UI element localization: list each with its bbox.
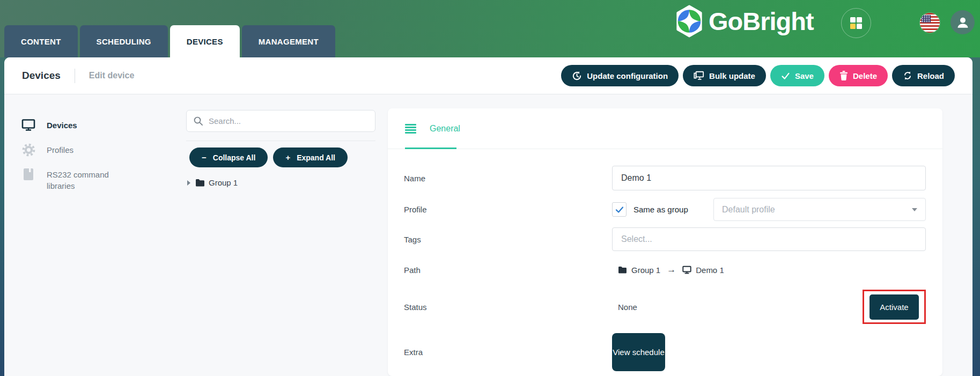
bulk-update-button[interactable]: Bulk update bbox=[683, 65, 766, 86]
card-tab-bar: General bbox=[388, 108, 942, 149]
form-row-name: Name bbox=[404, 166, 926, 190]
content-area: Devices Profiles RS232 c bbox=[4, 94, 972, 376]
tree-node-group-1[interactable]: Group 1 bbox=[187, 178, 376, 187]
tree-node-label: Group 1 bbox=[209, 178, 238, 187]
gobright-hexagon-icon bbox=[675, 5, 703, 38]
folder-icon bbox=[618, 266, 627, 274]
tab-management[interactable]: MANAGEMENT bbox=[242, 25, 335, 57]
tab-content[interactable]: CONTENT bbox=[4, 25, 78, 57]
tab-scheduling[interactable]: SCHEDULING bbox=[80, 25, 168, 57]
delete-label: Delete bbox=[853, 71, 877, 80]
same-as-group-checkbox[interactable] bbox=[612, 202, 627, 217]
check-icon bbox=[781, 71, 790, 80]
form-row-extra: Extra View schedule bbox=[404, 333, 926, 371]
search-icon bbox=[194, 116, 203, 126]
sidebar-item-label: Devices bbox=[47, 119, 77, 131]
device-form: Name Profile Same as group bbox=[388, 149, 942, 371]
name-label: Name bbox=[404, 166, 612, 190]
form-row-status: Status None Activate bbox=[404, 290, 926, 324]
chevron-down-icon bbox=[912, 208, 917, 211]
device-tree-panel: − Collapse All + Expand All Group 1 bbox=[182, 94, 376, 376]
monitors-icon bbox=[694, 71, 704, 81]
search-input[interactable] bbox=[209, 116, 368, 126]
plus-icon: + bbox=[285, 153, 290, 162]
page-shell: Devices Edit device Update configuration… bbox=[4, 57, 972, 376]
path-segment-group[interactable]: Group 1 bbox=[631, 266, 660, 275]
apps-grid-icon bbox=[850, 17, 862, 29]
form-row-tags: Tags bbox=[404, 227, 926, 251]
tab-devices[interactable]: DEVICES bbox=[170, 25, 240, 57]
checkmark-icon bbox=[615, 205, 624, 215]
path-segment-device[interactable]: Demo 1 bbox=[696, 266, 724, 275]
same-as-group-label: Same as group bbox=[633, 205, 688, 214]
tree-divider bbox=[186, 141, 375, 141]
expand-all-button[interactable]: + Expand All bbox=[273, 148, 348, 167]
sidebar-nav: Devices Profiles RS232 c bbox=[4, 94, 182, 376]
primary-nav: CONTENT SCHEDULING DEVICES MANAGEMENT bbox=[4, 25, 335, 57]
expand-all-label: Expand All bbox=[297, 153, 335, 162]
title-divider bbox=[75, 69, 75, 83]
user-avatar-button[interactable] bbox=[950, 10, 975, 34]
form-row-path: Path Group 1 → Demo 1 bbox=[404, 259, 926, 281]
collapse-all-label: Collapse All bbox=[213, 153, 256, 162]
sidebar-item-label: RS232 command libraries bbox=[47, 168, 128, 191]
update-configuration-label: Update configuration bbox=[587, 71, 668, 80]
reload-label: Reload bbox=[917, 71, 944, 80]
path-label: Path bbox=[404, 259, 612, 281]
tags-input[interactable] bbox=[612, 227, 926, 251]
folder-icon bbox=[195, 179, 205, 187]
app-header: CONTENT SCHEDULING DEVICES MANAGEMENT Go… bbox=[0, 0, 980, 57]
page-toolbar: Devices Edit device Update configuration… bbox=[4, 57, 972, 94]
chevron-right-icon[interactable] bbox=[187, 180, 190, 186]
profile-dropdown-value: Default profile bbox=[722, 205, 912, 215]
arrow-right-icon: → bbox=[667, 264, 676, 275]
person-icon bbox=[956, 16, 970, 30]
monitor-icon bbox=[682, 266, 691, 274]
device-detail-card: General Name Profile bbox=[388, 108, 942, 376]
active-tab-underline bbox=[405, 148, 456, 149]
collapse-all-button[interactable]: − Collapse All bbox=[189, 148, 268, 167]
apps-launcher-button[interactable] bbox=[841, 8, 871, 38]
book-icon bbox=[21, 168, 35, 181]
sidebar-item-devices[interactable]: Devices bbox=[4, 116, 182, 134]
name-input[interactable] bbox=[612, 166, 926, 190]
tab-general[interactable]: General bbox=[430, 124, 460, 134]
trash-icon bbox=[839, 71, 848, 80]
tags-label: Tags bbox=[404, 227, 612, 251]
reload-button[interactable]: Reload bbox=[892, 65, 955, 86]
sidebar-item-label: Profiles bbox=[47, 143, 73, 156]
brand-name: GoBright bbox=[709, 6, 814, 36]
search-box[interactable] bbox=[186, 110, 375, 132]
brand-logo: GoBright bbox=[675, 5, 814, 38]
sidebar-item-rs232-command-libraries[interactable]: RS232 command libraries bbox=[4, 165, 182, 194]
annotation-highlight: Activate bbox=[863, 290, 926, 324]
monitor-icon bbox=[21, 119, 35, 131]
gear-icon bbox=[21, 143, 35, 156]
profile-label: Profile bbox=[404, 198, 612, 221]
language-flag-button[interactable] bbox=[920, 13, 940, 33]
form-row-profile: Profile Same as group Default profile bbox=[404, 198, 926, 221]
status-label: Status bbox=[404, 290, 612, 324]
save-button[interactable]: Save bbox=[770, 65, 824, 86]
status-value: None bbox=[612, 303, 637, 312]
list-icon bbox=[405, 124, 416, 134]
activate-button[interactable]: Activate bbox=[870, 294, 919, 320]
save-label: Save bbox=[795, 71, 814, 80]
breadcrumb: Edit device bbox=[89, 71, 134, 80]
extra-label: Extra bbox=[404, 333, 612, 371]
bulk-update-label: Bulk update bbox=[709, 71, 755, 80]
update-clock-icon bbox=[572, 71, 582, 81]
page-title: Devices bbox=[22, 70, 61, 82]
delete-button[interactable]: Delete bbox=[829, 65, 888, 86]
minus-icon: − bbox=[202, 153, 207, 162]
reload-icon bbox=[903, 71, 912, 80]
view-schedule-button[interactable]: View schedule bbox=[612, 333, 665, 371]
sidebar-item-profiles[interactable]: Profiles bbox=[4, 141, 182, 159]
profile-dropdown[interactable]: Default profile bbox=[713, 198, 926, 221]
update-configuration-button[interactable]: Update configuration bbox=[561, 65, 679, 86]
